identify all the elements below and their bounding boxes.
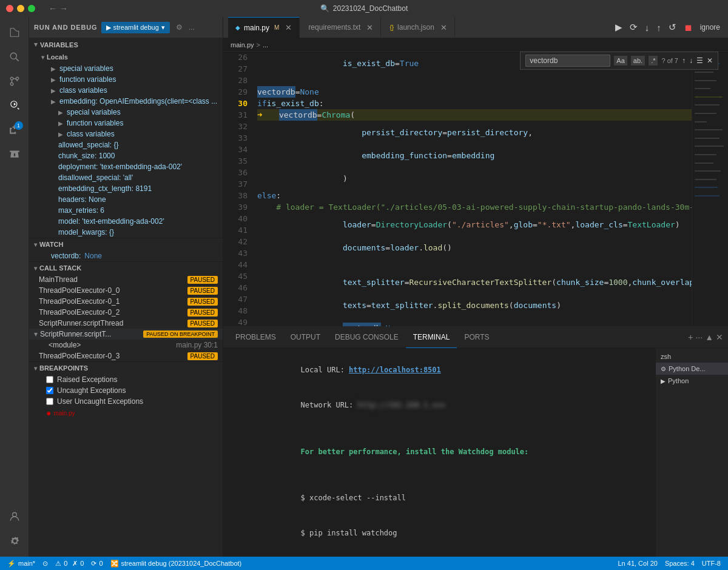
panel-tab-output[interactable]: OUTPUT (283, 327, 328, 348)
code-line-27 (257, 75, 692, 86)
callstack-header[interactable]: ▾ CALL STACK (29, 262, 223, 274)
panel-tab-debug-console[interactable]: DEBUG CONSOLE (328, 327, 406, 348)
continue-button[interactable]: ▶ (612, 19, 625, 35)
breakpoints-header[interactable]: ▾ BREAKPOINTS (29, 362, 223, 374)
uncaught-exceptions-checkbox[interactable] (46, 387, 53, 394)
chevron-down-icon: ▾ (161, 24, 165, 32)
tab-close-main-py[interactable]: ✕ (285, 23, 292, 32)
embedding-special-vars[interactable]: ▶special variables (29, 107, 223, 118)
activity-extensions[interactable] (4, 119, 25, 141)
activity-search[interactable] (4, 46, 25, 68)
panel-tab-terminal[interactable]: TERMINAL (406, 327, 457, 348)
breakpoints-caret: ▾ (34, 365, 37, 372)
step-into-button[interactable]: ↓ (642, 20, 653, 35)
activity-git[interactable] (4, 70, 25, 92)
notification-status[interactable]: ⟳ 0 (91, 560, 103, 568)
code-line-29: if is_exist_db: (257, 98, 692, 109)
callstack-threadpool-3[interactable]: ThreadPoolExecutor-0_3 PAUSED (29, 350, 223, 361)
search-close[interactable]: ✕ (707, 56, 713, 65)
user-uncaught-bp[interactable]: User Uncaught Exceptions (29, 396, 223, 407)
panel-tab-problems[interactable]: PROBLEMS (228, 327, 283, 348)
debug-status[interactable]: 🔀 streamlit debug (20231024_DocChatbot) (110, 560, 242, 568)
search-input[interactable] (525, 55, 610, 67)
embedding-function-vars[interactable]: ▶function variables (29, 118, 223, 129)
panel-tab-ports[interactable]: PORTS (457, 327, 496, 348)
minimize-button[interactable] (17, 5, 24, 12)
watch-section-header[interactable]: ▾ WATCH (29, 238, 223, 250)
function-variables[interactable]: ▶function variables (29, 74, 223, 85)
activity-settings[interactable] (4, 530, 25, 552)
search-next[interactable]: ↓ (689, 56, 693, 65)
terminal-python[interactable]: ▶ Python (656, 375, 728, 387)
restart-button[interactable]: ↺ (666, 19, 679, 35)
callstack-threadpool-2[interactable]: ThreadPoolExecutor-0_2 PAUSED (29, 307, 223, 318)
terminal-python-de[interactable]: ⚙ Python De... (656, 363, 728, 375)
search-prev[interactable]: ↑ (682, 56, 686, 65)
branch-status[interactable]: ⚡ main* (7, 560, 35, 568)
step-over-button[interactable]: ⟳ (627, 19, 641, 35)
more-icon[interactable]: ... (189, 23, 195, 32)
uncaught-exceptions-bp[interactable]: Uncaught Exceptions (29, 385, 223, 396)
back-icon[interactable]: ← (49, 4, 57, 13)
locals-header[interactable]: ▾ Locals (29, 51, 223, 63)
callstack-mainthread[interactable]: MainThread PAUSED (29, 274, 223, 285)
tab-launch-json[interactable]: {} launch.json ✕ (382, 17, 454, 38)
maximize-button[interactable] (28, 5, 35, 12)
start-debug-button[interactable]: ▶ streamlit debug ▾ (101, 22, 170, 33)
disallowed-special-var: disallowed_special: 'all' (29, 172, 223, 183)
search-regex[interactable]: .* (649, 56, 658, 65)
terminal-zsh[interactable]: zsh (656, 350, 728, 363)
tab-close-requirements[interactable]: ✕ (366, 23, 373, 32)
activity-account[interactable] (4, 506, 25, 528)
activity-testing[interactable] (4, 143, 25, 165)
search-info: ? of 7 (661, 57, 678, 64)
tab-close-launch[interactable]: ✕ (440, 23, 447, 32)
bp-filename: main.py (53, 410, 75, 417)
panel-toggle-icon[interactable]: ▲ (705, 332, 713, 342)
activity-explorer[interactable] (4, 22, 25, 44)
callstack-scriptrunner-bp[interactable]: ▾ScriptRunner.scriptT... PAUSED ON BREAK… (29, 329, 223, 340)
stop-button[interactable]: ⏹ (681, 20, 696, 35)
search-whole-word[interactable]: ab. (631, 56, 645, 65)
ignore-button[interactable]: ignore (697, 21, 723, 34)
code-editor: Aa ab. .* ? of 7 ↑ ↓ ☰ ✕ 26 27 28 29 30 (223, 52, 728, 326)
breakpoints-section: ▾ BREAKPOINTS Raised Exceptions Uncaught… (29, 361, 223, 419)
forward-icon[interactable]: → (59, 4, 68, 13)
special-variables[interactable]: ▶special variables (29, 63, 223, 74)
callstack-threadpool-1[interactable]: ThreadPoolExecutor-0_1 PAUSED (29, 296, 223, 307)
variables-section-header[interactable]: ▾ VARIABLES (29, 38, 223, 51)
breadcrumb-path[interactable]: ... (263, 41, 268, 49)
breadcrumb-file[interactable]: main.py (231, 41, 254, 49)
step-out-button[interactable]: ↑ (653, 20, 664, 35)
panel-actions: + ··· ▲ ✕ (688, 332, 723, 342)
sync-status[interactable]: ⊙ (42, 560, 48, 568)
embedding-variable[interactable]: ▶embedding: OpenAIEmbeddings(client=<cla… (29, 96, 223, 107)
error-warning-status[interactable]: ⚠ 0 ✗ 0 (55, 560, 84, 568)
activity-debug[interactable] (4, 95, 25, 116)
user-uncaught-checkbox[interactable] (46, 398, 53, 405)
gear-icon[interactable]: ⚙ (176, 23, 183, 32)
line-col-status[interactable]: Ln 41, Col 20 (618, 560, 657, 567)
collapse-icon: ▾ (34, 41, 38, 49)
tab-main-py[interactable]: ◆ main.py M ✕ (228, 17, 300, 38)
main-py-bp[interactable]: ● main.py (29, 407, 223, 419)
class-variables[interactable]: ▶class variables (29, 85, 223, 96)
panel-add-icon[interactable]: + (688, 332, 693, 342)
callstack-scriptrunner[interactable]: ScriptRunner.scriptThread PAUSED (29, 318, 223, 329)
close-button[interactable] (6, 5, 13, 12)
search-list[interactable]: ☰ (696, 56, 703, 65)
encoding-status[interactable]: UTF-8 (702, 560, 721, 567)
callstack-threadpool-0[interactable]: ThreadPoolExecutor-0_0 PAUSED (29, 285, 223, 296)
code-line-38 (257, 259, 692, 270)
raised-exceptions-bp[interactable]: Raised Exceptions (29, 374, 223, 385)
top-bars: ◆ main.py M ✕ requirements.txt ✕ {} laun… (223, 17, 728, 38)
panel-close-icon[interactable]: ✕ (716, 332, 723, 342)
panel-more-icon[interactable]: ··· (695, 332, 703, 342)
raised-exceptions-checkbox[interactable] (46, 376, 53, 383)
callstack-module[interactable]: <module> main.py 30:1 (29, 340, 223, 350)
spaces-status[interactable]: Spaces: 4 (665, 560, 695, 567)
search-match-case[interactable]: Aa (614, 56, 627, 65)
tab-requirements[interactable]: requirements.txt ✕ (301, 17, 381, 38)
code-line-35: # loader = TextLoader("./articles/05-03-… (257, 201, 692, 213)
embedding-class-vars[interactable]: ▶class variables (29, 129, 223, 139)
